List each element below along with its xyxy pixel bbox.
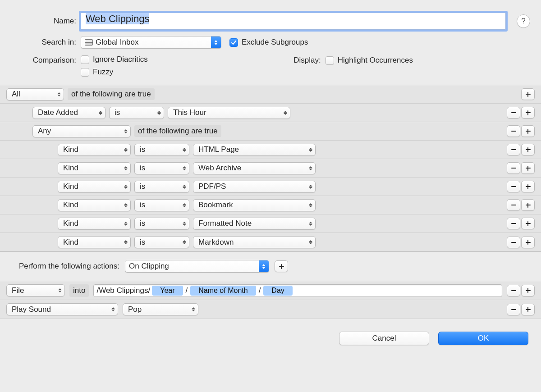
predicate-value: Web Archive — [198, 164, 241, 173]
add-rule-button[interactable] — [521, 162, 535, 174]
predicate-select[interactable]: is — [134, 218, 189, 230]
add-rule-button[interactable] — [521, 218, 535, 229]
comparison-row: Comparison: Ignore Diacritics Fuzzy Disp… — [11, 55, 530, 77]
predicate-value: is — [140, 164, 145, 173]
predicate-value: is — [140, 182, 145, 191]
add-rule-button[interactable] — [521, 181, 535, 192]
predicate-value: Date Added — [38, 108, 78, 117]
remove-rule-button[interactable] — [507, 162, 520, 174]
predicate-row: KindisPDF/PS — [0, 178, 541, 196]
stepper-arrows-icon — [157, 111, 161, 115]
action-row-file: File into /Web Clippings/ Year / Name of… — [0, 281, 541, 300]
add-trigger-button[interactable] — [275, 260, 288, 272]
file-path-field[interactable]: /Web Clippings/ Year / Name of Month / D… — [93, 284, 502, 297]
predicate-select[interactable]: Date Added — [32, 107, 105, 119]
name-input[interactable]: Web Clippings — [81, 13, 506, 30]
add-action-button[interactable] — [521, 285, 535, 296]
predicate-select[interactable]: Bookmark — [193, 199, 316, 211]
add-rule-button[interactable] — [521, 144, 535, 155]
add-action-button[interactable] — [521, 304, 535, 315]
predicate-select[interactable]: Kind — [58, 218, 131, 230]
predicate-select[interactable]: Kind — [58, 181, 131, 193]
remove-rule-button[interactable] — [507, 237, 520, 248]
remove-rule-button[interactable] — [507, 181, 520, 192]
highlight-occurrences-checkbox[interactable]: Highlight Occurrences — [326, 56, 413, 65]
remove-rule-button[interactable] — [507, 218, 520, 229]
predicate-select[interactable]: Kind — [58, 199, 131, 211]
predicate-select[interactable]: is — [134, 144, 189, 156]
name-input-wrap: Web Clippings ? — [81, 13, 530, 30]
predicate-value: Kind — [63, 182, 78, 191]
compound-text: of the following are true — [68, 88, 155, 100]
trigger-select[interactable]: On Clipping — [125, 260, 269, 273]
action-verb-select[interactable]: Play Sound — [6, 303, 118, 315]
action-row-sound: Play Sound Pop — [0, 300, 541, 319]
trigger-value: On Clipping — [129, 262, 169, 271]
remove-action-button[interactable] — [507, 285, 520, 296]
predicate-select[interactable]: Kind — [58, 162, 131, 174]
predicate-select[interactable]: is — [109, 107, 164, 119]
exclude-subgroups-checkbox[interactable]: Exclude Subgroups — [229, 38, 308, 47]
search-in-select[interactable]: Global Inbox — [81, 36, 221, 49]
predicate-value: Formatted Note — [198, 219, 252, 228]
predicate-select[interactable]: PDF/PS — [193, 181, 316, 193]
name-label: Name: — [11, 17, 81, 26]
predicate-editor: Allof the following are trueDate Addedis… — [0, 85, 541, 252]
display-label: Display: — [293, 56, 321, 65]
remove-rule-button[interactable] — [507, 144, 520, 155]
token-month[interactable]: Name of Month — [190, 286, 256, 296]
predicate-value: Kind — [63, 164, 78, 173]
token-year[interactable]: Year — [152, 286, 183, 296]
predicate-value: PDF/PS — [198, 182, 226, 191]
compound-text: of the following are true — [134, 125, 221, 137]
stepper-arrows-icon — [183, 203, 186, 207]
predicate-select[interactable]: is — [134, 236, 189, 248]
stepper-arrows-icon — [124, 166, 128, 170]
action-verb-select[interactable]: File — [6, 284, 65, 296]
predicate-select[interactable]: Kind — [58, 144, 131, 156]
predicate-select[interactable]: HTML Page — [193, 144, 316, 156]
add-rule-button[interactable] — [521, 199, 535, 211]
stepper-arrows-icon — [183, 166, 186, 170]
add-rule-button[interactable] — [521, 125, 535, 137]
search-in-row: Search in: Global Inbox Exclude Subgroup… — [11, 36, 530, 49]
stepper-arrows-icon — [309, 222, 312, 226]
predicate-select[interactable]: This Hour — [168, 107, 290, 119]
token-day[interactable]: Day — [263, 286, 292, 296]
remove-rule-button[interactable] — [507, 107, 520, 119]
stepper-arrows-icon — [183, 148, 186, 152]
help-button[interactable]: ? — [517, 14, 530, 28]
predicate-select[interactable]: Web Archive — [193, 162, 316, 174]
predicate-select[interactable]: All — [6, 88, 64, 100]
ignore-diacritics-checkbox[interactable]: Ignore Diacritics — [81, 55, 148, 64]
predicate-compound-row: Allof the following are true — [0, 85, 541, 104]
add-rule-button[interactable] — [521, 107, 535, 119]
predicate-select[interactable]: Formatted Note — [193, 218, 316, 230]
into-label: into — [69, 284, 89, 297]
remove-rule-button[interactable] — [507, 125, 520, 137]
predicate-select[interactable]: is — [134, 181, 189, 193]
predicate-select[interactable]: Any — [32, 125, 131, 137]
action-verb-value: File — [12, 286, 24, 295]
add-rule-button[interactable] — [521, 88, 535, 100]
actions-header: Perform the following actions: On Clippi… — [0, 252, 541, 281]
predicate-select[interactable]: is — [134, 162, 189, 174]
predicate-select[interactable]: Markdown — [193, 236, 316, 248]
remove-action-button[interactable] — [507, 304, 520, 315]
stepper-arrows-icon — [58, 288, 62, 292]
predicate-select[interactable]: is — [134, 199, 189, 211]
dialog-footer: Cancel OK — [0, 319, 541, 345]
add-rule-button[interactable] — [521, 237, 535, 248]
predicate-row: KindisMarkdown — [0, 233, 541, 251]
ok-button[interactable]: OK — [438, 332, 528, 345]
cancel-label: Cancel — [372, 334, 396, 343]
predicate-select[interactable]: Kind — [58, 236, 131, 248]
cancel-button[interactable]: Cancel — [339, 332, 429, 345]
path-separator: / — [258, 286, 262, 295]
remove-rule-button[interactable] — [507, 199, 520, 211]
fuzzy-checkbox[interactable]: Fuzzy — [81, 68, 148, 77]
checkbox-icon — [229, 38, 238, 47]
stepper-arrows-icon — [124, 222, 128, 226]
predicate-value: is — [140, 201, 145, 210]
sound-select[interactable]: Pop — [123, 303, 198, 315]
